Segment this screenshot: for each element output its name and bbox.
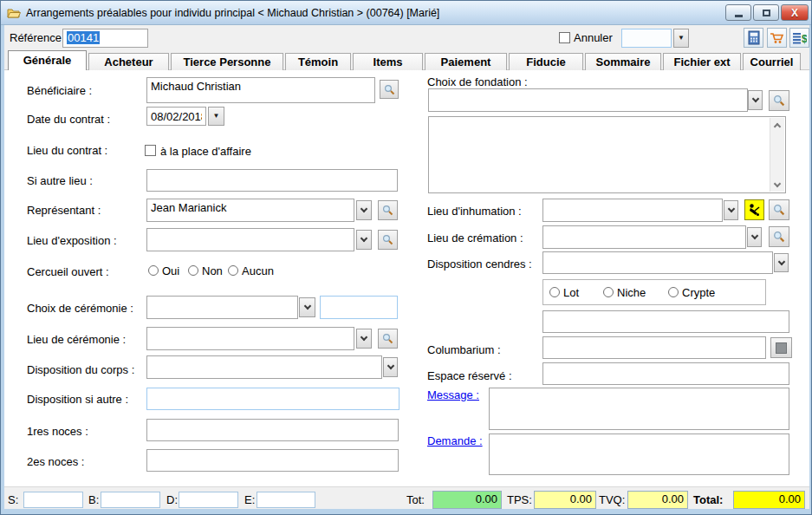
representant-dropdown-button[interactable]: [356, 200, 372, 220]
demande-link[interactable]: Demande :: [427, 434, 483, 447]
lieu-cremation-label: Lieu de crémation :: [427, 231, 523, 244]
cemetery-plot-button[interactable]: [744, 199, 764, 220]
b-label: B:: [88, 493, 99, 506]
tab-items[interactable]: Items: [353, 53, 423, 70]
cercueil-oui-radio[interactable]: [148, 265, 159, 276]
choix-ceremonie-input[interactable]: [146, 296, 298, 319]
cercueil-aucun-label[interactable]: Aucun: [242, 264, 274, 277]
lieu-cremation-dropdown-button[interactable]: [747, 227, 762, 247]
tab-fichier-ext[interactable]: Fichier ext: [663, 53, 741, 70]
premieres-noces-input[interactable]: [146, 419, 399, 441]
lieu-exposition-dropdown-button[interactable]: [356, 230, 372, 250]
choix-fondation-search-button[interactable]: [769, 90, 789, 111]
tab-fiducie[interactable]: Fiducie: [509, 53, 583, 70]
cercueil-aucun-radio[interactable]: [228, 265, 238, 276]
disposition-corps-dropdown-button[interactable]: [383, 357, 398, 377]
reference-input[interactable]: 00141: [62, 29, 148, 48]
disposition-corps-input[interactable]: [146, 355, 382, 379]
billing-button[interactable]: $: [789, 28, 809, 48]
dropdown-arrow-icon: ▼: [678, 35, 685, 42]
scroll-down-icon[interactable]: [770, 178, 784, 192]
disposition-si-autre-input[interactable]: [146, 388, 400, 410]
tab-generale[interactable]: Générale: [8, 50, 87, 70]
fondation-notes-scrollbar[interactable]: [770, 118, 784, 192]
crypte-radio[interactable]: [668, 287, 679, 297]
calculator-icon: [747, 30, 761, 45]
maximize-button[interactable]: [753, 4, 779, 21]
demande-textarea[interactable]: [489, 434, 789, 475]
svg-text:$: $: [802, 33, 807, 45]
lieu-exposition-input[interactable]: [146, 228, 354, 251]
cercueil-oui-label[interactable]: Oui: [162, 264, 179, 277]
deuxiemes-noces-input[interactable]: [146, 449, 399, 472]
emplacement-detail-input[interactable]: [542, 310, 789, 333]
choix-fondation-input[interactable]: [428, 88, 748, 112]
lieu-inhumation-search-button[interactable]: [769, 199, 789, 220]
lieu-cremation-input[interactable]: [542, 225, 746, 249]
disposition-cendres-input[interactable]: [542, 251, 773, 274]
choix-ceremonie-detail-input[interactable]: [320, 296, 398, 319]
d-label: D:: [166, 493, 178, 506]
e-label: E:: [244, 493, 255, 506]
columbarium-input[interactable]: [542, 336, 766, 359]
lot-radio[interactable]: [549, 287, 560, 297]
beneficiaire-search-button[interactable]: [380, 80, 399, 99]
status-combo-dropdown-button[interactable]: ▼: [673, 29, 689, 48]
calculator-button[interactable]: [744, 28, 763, 48]
crypte-label[interactable]: Crypte: [682, 286, 715, 299]
chevron-down-icon: [361, 205, 367, 212]
columbarium-label: Columbarium :: [427, 343, 501, 356]
scroll-up-icon[interactable]: [770, 118, 784, 132]
lieu-exposition-search-button[interactable]: [378, 230, 398, 250]
tab-paiement[interactable]: Paiement: [425, 53, 507, 70]
place-affaire-checkbox[interactable]: [145, 145, 156, 156]
lieu-ceremonie-search-button[interactable]: [378, 329, 398, 349]
cart-button[interactable]: [767, 28, 787, 48]
fondation-notes-textarea[interactable]: [428, 116, 786, 193]
annuler-label[interactable]: Annuler: [574, 31, 613, 44]
s-value: [23, 492, 83, 508]
message-link[interactable]: Message :: [427, 388, 479, 401]
niche-label[interactable]: Niche: [617, 286, 646, 299]
chevron-down-icon: [361, 334, 367, 341]
minimize-button[interactable]: [725, 4, 751, 21]
representant-label: Représentant :: [27, 204, 101, 217]
representant-input[interactable]: [146, 199, 354, 222]
magnifier-icon: [773, 95, 785, 107]
message-textarea[interactable]: [489, 388, 789, 430]
date-contrat-dropdown-button[interactable]: ▼: [208, 107, 224, 126]
columbarium-picker-button[interactable]: [770, 337, 792, 358]
cercueil-non-label[interactable]: Non: [202, 264, 223, 277]
beneficiaire-input[interactable]: [146, 77, 375, 103]
tab-sommaire[interactable]: Sommaire: [585, 53, 661, 70]
lieu-cremation-search-button[interactable]: [769, 226, 789, 247]
choix-fondation-dropdown-button[interactable]: [748, 90, 763, 110]
tot-label: Tot:: [406, 493, 425, 506]
date-contrat-input[interactable]: [146, 107, 206, 126]
disposition-si-autre-label: Disposition si autre :: [27, 393, 128, 406]
cercueil-non-radio[interactable]: [188, 265, 198, 276]
lieu-inhumation-dropdown-button[interactable]: [724, 200, 738, 220]
niche-radio[interactable]: [603, 287, 614, 297]
lieu-ceremonie-input[interactable]: [146, 327, 354, 350]
annuler-checkbox[interactable]: [559, 32, 570, 43]
place-affaire-label[interactable]: à la place d'affaire: [160, 145, 251, 158]
espace-reserve-input[interactable]: [542, 362, 789, 385]
tab-acheteur[interactable]: Acheteur: [88, 53, 169, 70]
disposition-cendres-label: Disposition cendres :: [427, 258, 532, 271]
tab-temoin[interactable]: Témoin: [285, 53, 351, 70]
si-autre-lieu-input[interactable]: [146, 169, 398, 192]
chevron-down-icon: [751, 95, 758, 102]
lot-label[interactable]: Lot: [563, 286, 579, 299]
tab-courriel[interactable]: Courriel: [743, 53, 801, 70]
chevron-down-icon: [361, 235, 367, 242]
tab-tierce-personne[interactable]: Tierce Personne: [171, 53, 283, 70]
close-button[interactable]: X: [781, 4, 809, 21]
status-combo-input[interactable]: [621, 29, 672, 48]
representant-search-button[interactable]: [378, 200, 398, 220]
lieu-inhumation-input[interactable]: [542, 199, 723, 222]
reference-value: 00141: [67, 31, 100, 44]
disposition-cendres-dropdown-button[interactable]: [774, 253, 789, 272]
lieu-ceremonie-dropdown-button[interactable]: [356, 329, 372, 349]
choix-ceremonie-dropdown-button[interactable]: [299, 297, 315, 317]
